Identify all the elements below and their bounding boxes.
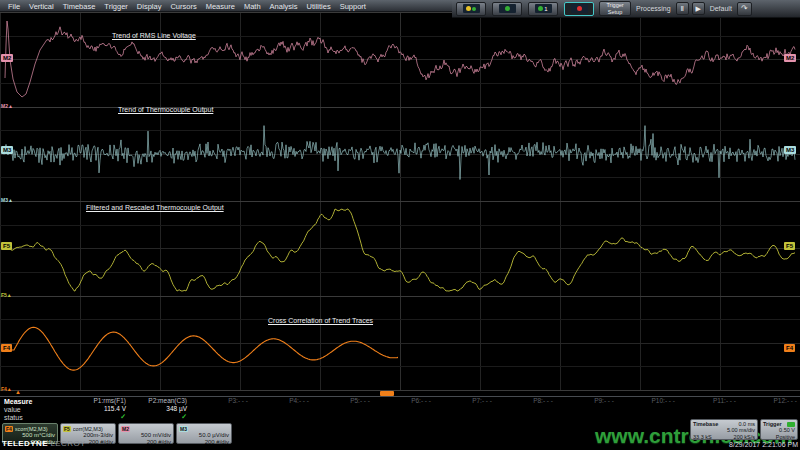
trace-label-f5-right: F5	[784, 242, 795, 250]
measure-value	[302, 405, 370, 413]
measure-value	[241, 405, 309, 413]
measure-header: P9:- - -	[546, 397, 614, 405]
measure-header: P12:- - -	[729, 397, 797, 405]
trace-label-f4-left[interactable]: F4	[1, 344, 12, 352]
measure-column-p11[interactable]: P11:- - -	[668, 397, 736, 421]
measure-value	[485, 405, 553, 413]
measure-header: P8:- - -	[485, 397, 553, 405]
value-row-label: value	[4, 406, 21, 414]
menu-item-trigger[interactable]: Trigger	[104, 2, 127, 11]
grid-marker-m2: M2▲	[1, 104, 13, 109]
f4-bottom-marker	[380, 391, 394, 396]
auto-setup-icon	[463, 4, 480, 13]
menu-item-vertical[interactable]: Vertical	[29, 2, 54, 11]
menu-item-math[interactable]: Math	[244, 2, 261, 11]
measure-column-p2[interactable]: P2:mean(C3)348 µV✓	[119, 397, 187, 421]
measure-value	[607, 405, 675, 413]
measure-value	[668, 405, 736, 413]
measure-column-p12[interactable]: P12:- - -	[729, 397, 797, 421]
measure-column-p9[interactable]: P9:- - -	[546, 397, 614, 421]
menu-item-support[interactable]: Support	[340, 2, 366, 11]
trigger-setup-button[interactable]: Trigger Setup	[599, 1, 631, 16]
menu-item-timebase[interactable]: Timebase	[63, 2, 96, 11]
trigger-setup-label-2: Setup	[608, 9, 622, 15]
toolbar: 1 Trigger Setup Processing Ⅱ ▶ Default ↷	[452, 0, 800, 18]
measure-column-p4[interactable]: P4:- - -	[241, 397, 309, 421]
measure-value	[424, 405, 492, 413]
trace-label-f5-left[interactable]: F5	[1, 242, 12, 250]
pause-button[interactable]: Ⅱ	[676, 2, 689, 15]
measure-header: P4:- - -	[241, 397, 309, 405]
oscilloscope-app: FileVerticalTimebaseTriggerDisplayCursor…	[0, 0, 800, 450]
annotation-m3: Trend of Thermocouple Output	[118, 106, 213, 113]
measure-row-label: Measure	[4, 398, 32, 406]
trigger-mode-button[interactable]	[564, 2, 594, 16]
default-label[interactable]: Default	[710, 5, 732, 12]
processing-label: Processing	[636, 5, 671, 12]
menu-item-measure[interactable]: Measure	[206, 2, 235, 11]
measure-column-p6[interactable]: P6:- - -	[363, 397, 431, 421]
trigger-slope: Positive	[776, 434, 795, 440]
measure-header: P3:- - -	[180, 397, 248, 405]
horizontal-scale-button[interactable]: 1	[528, 2, 558, 16]
annotation-m2: Trend of RMS Line Voltage	[112, 32, 196, 39]
grid-marker-f5: F5▲	[1, 293, 12, 298]
measure-column-p8[interactable]: P8:- - -	[485, 397, 553, 421]
measure-value: 348 µV	[119, 405, 187, 413]
trace-M3	[4, 126, 795, 180]
measure-column-p10[interactable]: P10:- - -	[607, 397, 675, 421]
menu-item-cursors[interactable]: Cursors	[170, 2, 196, 11]
timebase-label: Timebase	[693, 421, 718, 427]
timebase-samples: 33.3 kS	[693, 434, 712, 440]
vertical-scale-button[interactable]	[492, 2, 522, 16]
menu-item-display[interactable]: Display	[137, 2, 162, 11]
measure-header: P5:- - -	[302, 397, 370, 405]
measure-header: P1:rms(F1)	[58, 397, 126, 405]
trigger-setup-label-1: Trigger	[606, 2, 623, 8]
measure-header: P10:- - -	[607, 397, 675, 405]
trace-F4	[8, 327, 398, 370]
datetime: 8/29/2017 2:21:06 PM	[729, 441, 798, 448]
trace-label-m3-left[interactable]: M3	[1, 146, 13, 154]
toolbar-icon-buttons: 1	[456, 2, 596, 16]
measure-value	[363, 405, 431, 413]
timebase-box[interactable]: Timebase 0.0 ms 5.00 ms/div 33.3 kS 200 …	[690, 419, 758, 440]
timebase-trigger-panel: Timebase 0.0 ms 5.00 ms/div 33.3 kS 200 …	[0, 419, 800, 443]
measure-header: P7:- - -	[424, 397, 492, 405]
menu-item-file[interactable]: File	[8, 2, 20, 11]
menu-item-analysis[interactable]: Analysis	[270, 2, 298, 11]
undo-icon[interactable]: ↷	[737, 2, 752, 16]
trace-label-m2-right: M2	[784, 54, 796, 62]
measure-header: P11:- - -	[668, 397, 736, 405]
measure-column-p1[interactable]: P1:rms(F1)115.4 V✓	[58, 397, 126, 421]
trigger-box[interactable]: Trigger 0.50 V Positive	[760, 419, 798, 440]
measure-value	[180, 405, 248, 413]
measure-value: 115.4 V	[58, 405, 126, 413]
waveform-grid-area	[0, 0, 800, 450]
measure-column-p7[interactable]: P7:- - -	[424, 397, 492, 421]
trace-label-m2-left[interactable]: M2	[1, 54, 13, 62]
trigger-position-marker[interactable]: ▲	[15, 389, 21, 395]
auto-setup-button[interactable]	[456, 2, 486, 16]
play-button[interactable]: ▶	[692, 2, 705, 15]
annotation-f4: Cross Correlation of Trend Traces	[268, 317, 373, 324]
vertical-scale-icon	[499, 4, 516, 13]
measure-value	[546, 405, 614, 413]
timebase-rate: 200 kS/s	[734, 434, 755, 440]
measure-column-p5[interactable]: P5:- - -	[302, 397, 370, 421]
trigger-mode-icon	[571, 4, 588, 13]
trace-label-f4-right: F4	[784, 344, 795, 352]
annotation-f5: Filtered and Rescaled Thermocouple Outpu…	[86, 204, 224, 211]
measure-column-p3[interactable]: P3:- - -	[180, 397, 248, 421]
measure-header: P2:mean(C3)	[119, 397, 187, 405]
trigger-source-icon	[787, 422, 795, 427]
horizontal-scale-icon: 1	[535, 4, 552, 13]
grid-marker-m3: M3▲	[1, 198, 13, 203]
trace-label-m3-right: M3	[784, 146, 796, 154]
grid-marker-f4: F4▲	[1, 387, 12, 392]
measure-value	[729, 405, 797, 413]
measure-header: P6:- - -	[363, 397, 431, 405]
menu-item-utilities[interactable]: Utilities	[307, 2, 331, 11]
